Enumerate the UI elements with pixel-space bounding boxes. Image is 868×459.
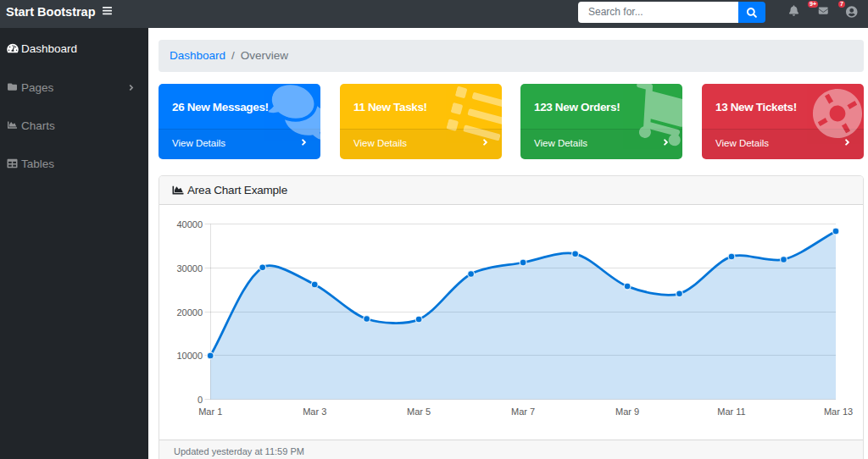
svg-text:10000: 10000 [176, 351, 203, 361]
svg-text:0: 0 [198, 395, 203, 405]
svg-text:Mar 9: Mar 9 [615, 406, 639, 417]
svg-text:Mar 13: Mar 13 [824, 406, 853, 417]
svg-text:Mar 11: Mar 11 [717, 406, 745, 417]
svg-text:Mar 3: Mar 3 [303, 406, 326, 417]
svg-text:Mar 7: Mar 7 [511, 406, 535, 417]
svg-text:Mar 1: Mar 1 [198, 406, 222, 417]
svg-text:30000: 30000 [176, 263, 203, 274]
svg-text:40000: 40000 [176, 219, 203, 230]
svg-text:Mar 5: Mar 5 [407, 406, 431, 417]
svg-text:20000: 20000 [176, 307, 203, 318]
